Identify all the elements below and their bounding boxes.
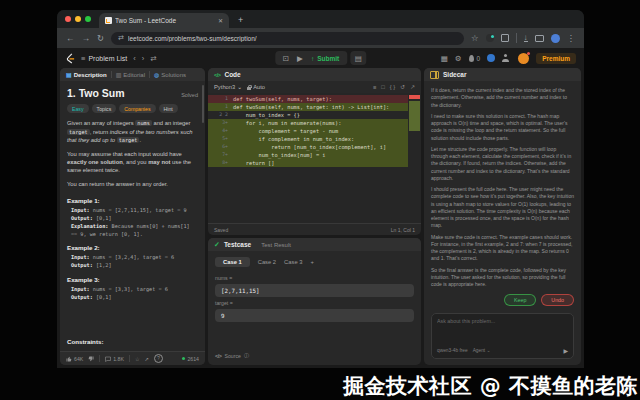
workspace: ▤ Description ▥ Editorial ◍ Solutions	[57, 68, 584, 368]
tab-testcase[interactable]: Testcase	[224, 241, 251, 248]
sidecar-header: Sidecar	[424, 68, 581, 81]
browser-profile-avatar[interactable]	[551, 34, 560, 43]
snippets-icon[interactable]: { }	[390, 84, 395, 90]
tab-test-result[interactable]: Test Result	[261, 242, 291, 248]
add-case-button[interactable]: +	[310, 259, 313, 265]
code-line-added: 7+ num_to_index[num] = i	[208, 151, 421, 159]
example-heading: Example 2:	[67, 244, 198, 251]
shuffle-icon[interactable]: ⇄	[150, 54, 156, 63]
problem-title: 1. Two Sum	[67, 87, 181, 99]
target-label: target =	[215, 300, 414, 306]
cast-icon[interactable]	[535, 35, 544, 42]
browser-window: Two Sum - LeetCode ✕ + ← → ↻ ⇄ leetcode.…	[57, 10, 584, 368]
thumbs-up-icon	[66, 356, 72, 362]
forward-icon[interactable]: →	[82, 33, 91, 43]
description-icon: ▤	[66, 71, 72, 78]
case-3-tab[interactable]: Case 3	[284, 259, 302, 265]
example-block: Input: nums = [2,7,11,15], target = 9 Ou…	[67, 207, 198, 238]
extension-icon[interactable]	[501, 34, 509, 42]
code-panel-title: Code	[224, 71, 240, 78]
problem-description: 1. Two Sum Solved Easy Topics Companies …	[60, 81, 205, 351]
dislike-button[interactable]	[88, 356, 94, 362]
description-scrollbar[interactable]	[202, 85, 204, 123]
auto-toggle[interactable]: Auto	[247, 84, 265, 90]
problem-list-button[interactable]: ≡ Problem List	[81, 54, 127, 63]
download-icon[interactable]: ↓	[524, 34, 528, 42]
hint-badge[interactable]: Hint	[159, 104, 178, 113]
example-heading: Example 1:	[67, 197, 198, 204]
testcase-footer: </> Source ⓘ	[215, 352, 414, 359]
timer-icon[interactable]	[487, 54, 495, 62]
run-icon[interactable]: ▶	[297, 54, 303, 63]
case-2-tab[interactable]: Case 2	[258, 259, 276, 265]
browser-menu-icon[interactable]: ⋮	[567, 33, 576, 43]
target-input[interactable]: 9	[215, 309, 414, 322]
assistant-paragraph: Let me structure the code properly. The …	[431, 146, 574, 182]
code-panel-header: </> Code	[208, 68, 421, 81]
keep-button[interactable]: Keep	[504, 294, 536, 306]
next-problem-icon[interactable]: ›	[142, 54, 145, 63]
streak-flame-icon[interactable]	[469, 55, 474, 62]
comments-button[interactable]: 1.8K	[105, 356, 124, 362]
nums-input[interactable]: [2,7,11,15]	[215, 284, 414, 297]
bookmark-star-icon[interactable]: ☆	[471, 33, 479, 43]
code-chip: nums	[135, 120, 152, 126]
chat-input[interactable]	[437, 318, 568, 347]
run-controls: ⊡ ▶ ↑ Submit ▤	[275, 51, 366, 65]
format-icon[interactable]: ≡	[373, 84, 376, 90]
desktop: Two Sum - LeetCode ✕ + ← → ↻ ⇄ leetcode.…	[0, 0, 640, 400]
reload-icon[interactable]: ↻	[97, 33, 104, 43]
submit-button[interactable]: ↑ Submit	[311, 55, 339, 62]
minimap-deleted-mark	[409, 95, 420, 99]
user-avatar[interactable]	[518, 53, 529, 64]
notes-button[interactable]: ▤	[350, 51, 366, 65]
difficulty-badge[interactable]: Easy	[67, 104, 89, 113]
premium-button[interactable]: Premium	[536, 53, 576, 64]
extension-icon[interactable]	[486, 34, 494, 42]
debug-icon[interactable]: ⊡	[283, 54, 289, 63]
prev-problem-icon[interactable]: ‹	[133, 54, 136, 63]
browser-tab[interactable]: Two Sum - LeetCode ✕	[99, 13, 229, 28]
layout-icon[interactable]: ▦	[441, 54, 448, 63]
tab-close-icon[interactable]: ✕	[218, 17, 223, 24]
reset-code-icon[interactable]: ↺	[400, 84, 405, 90]
send-icon[interactable]: ▶	[563, 347, 568, 354]
bookmark-icon[interactable]: □	[381, 84, 385, 90]
invite-user-icon[interactable]	[502, 54, 511, 62]
leetcode-navbar: ≡ Problem List ‹ › ⇄ ⊡ ▶ ↑ Submit	[57, 48, 584, 68]
help-icon[interactable]: ?	[154, 354, 163, 363]
like-button[interactable]: 64K	[66, 356, 83, 362]
source-button[interactable]: Source	[224, 353, 240, 359]
site-info-icon[interactable]: ⇄	[118, 34, 124, 42]
new-tab-button[interactable]: +	[238, 15, 243, 25]
minimize-window-button[interactable]	[75, 16, 81, 22]
settings-gear-icon[interactable]: ⚙	[455, 54, 462, 63]
language-selector[interactable]: Python3 ⌄	[214, 84, 242, 90]
leetcode-logo[interactable]	[65, 53, 75, 64]
tab-editorial[interactable]: ▥ Editorial	[116, 71, 145, 78]
share-icon[interactable]: ↗	[145, 356, 149, 362]
example-block: Input: nums = [3,2,4], target = 6 Output…	[67, 254, 198, 270]
fullscreen-icon[interactable]: ↗	[410, 84, 415, 90]
model-selector[interactable]: qwen3-4b free	[437, 348, 468, 353]
editor-minimap[interactable]	[408, 93, 421, 223]
topics-badge[interactable]: Topics	[92, 104, 117, 113]
companies-badge[interactable]: Companies	[119, 104, 155, 113]
tab-solutions[interactable]: ◍ Solutions	[154, 71, 186, 78]
address-bar[interactable]: ⇄ leetcode.com/problems/two-sum/descript…	[111, 32, 464, 45]
code-panel: </> Code Python3 ⌄ Auto	[208, 68, 421, 235]
back-icon[interactable]: ←	[66, 33, 75, 43]
case-1-tab[interactable]: Case 1	[215, 257, 250, 267]
code-editor[interactable]: 1def twoSum(self, nums, target): 1def tw…	[208, 93, 421, 223]
thumbs-down-icon	[88, 356, 94, 362]
zoom-window-button[interactable]	[85, 16, 91, 22]
example-block: Input: nums = [3,3], target = 6 Output: …	[67, 286, 198, 302]
undo-button[interactable]: Undo	[541, 294, 574, 306]
assistant-paragraph: So the final answer is the complete code…	[431, 267, 574, 289]
testcase-check-icon: ✓	[214, 241, 220, 249]
favorite-star-icon[interactable]: ☆	[135, 356, 140, 362]
agent-selector[interactable]: Agent ⌄	[473, 348, 491, 353]
description-panel: ▤ Description ▥ Editorial ◍ Solutions	[60, 68, 205, 365]
close-window-button[interactable]	[65, 16, 71, 22]
tab-description[interactable]: ▤ Description	[66, 71, 107, 78]
